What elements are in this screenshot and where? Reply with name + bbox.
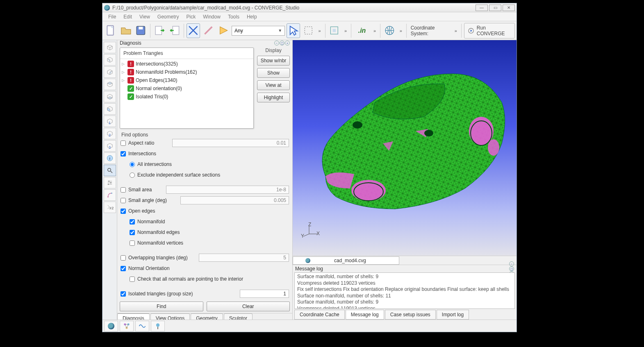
globe-button[interactable] [383,23,396,38]
normal-orientation-checkbox[interactable] [121,266,126,271]
view-iso-button[interactable] [104,42,116,53]
tab-import-log[interactable]: Import log [437,310,469,320]
show-with-neighbor-button[interactable]: Show w/nbr [257,56,290,66]
overlapping-input[interactable] [199,254,289,262]
small-angle-label: Small angle (deg) [128,197,167,203]
tab-case-setup[interactable]: Case setup issues [385,310,436,320]
panel-min-icon[interactable]: − [274,41,279,45]
import-button[interactable] [168,23,182,38]
in-file-button[interactable]: .in [354,23,370,38]
pick-point-button[interactable] [187,23,200,38]
play-gear-icon [468,27,474,34]
tree-item-open-edges[interactable]: ▷!Open Edges(1340) [122,76,252,84]
menu-geometry[interactable]: Geometry [154,13,182,20]
view-left-button[interactable] [104,103,116,115]
open-file-button[interactable] [119,23,133,38]
panel-float-icon[interactable]: ◻ [280,41,284,45]
menu-edit[interactable]: Edit [120,13,135,20]
tree-item-intersections[interactable]: ▷!Intersections(3325) [122,60,252,68]
menu-view[interactable]: View [136,13,153,20]
diagnose-tool-button[interactable] [104,165,116,176]
nonmanifold-checkbox[interactable] [130,219,135,225]
view-right-3-button[interactable]: 3 [104,140,116,152]
new-file-button[interactable] [104,23,118,38]
highlight-button[interactable]: Highlight [257,93,290,102]
tab-coord-cache[interactable]: Coordinate Cache [294,310,345,320]
toolbar-overflow-5[interactable]: » [453,28,459,33]
view-right-2-button[interactable]: 2 [104,128,116,139]
exclude-sections-radio[interactable] [130,172,135,178]
error-badge-icon: ! [127,77,134,84]
box-select-button[interactable] [302,23,315,38]
run-converge-button[interactable]: Run CONVERGE [464,23,515,39]
tree-item-isolated[interactable]: ✓Isolated Tris(0) [122,93,252,101]
tree-item-nonmanifold[interactable]: ▷!Nonmanifold Problems(162) [122,68,252,76]
overlapping-checkbox[interactable] [121,255,126,261]
toolbar-overflow-3[interactable]: » [372,28,378,33]
show-button[interactable]: Show [257,68,290,78]
nonmanifold-label: Nonmanifold [137,219,165,225]
sliders-button[interactable] [104,177,116,188]
menu-window[interactable]: Window [200,13,224,20]
status-pin-button[interactable] [151,321,165,331]
shape-tool-button[interactable] [104,189,116,201]
close-button[interactable]: ✕ [503,5,515,11]
compare-button[interactable]: ≠2 [104,202,116,213]
message-log-body[interactable]: Surface manifold, number of shells: 9 Vc… [294,272,515,309]
clear-button[interactable]: Clear [207,302,290,311]
small-area-checkbox[interactable] [121,187,126,193]
toolbar-overflow-2[interactable]: » [343,28,348,33]
isolated-input[interactable] [240,290,289,298]
small-area-input[interactable] [166,186,289,194]
toolbar-overflow-4[interactable]: » [398,28,404,33]
status-topology-button[interactable] [120,321,134,331]
view-top-button[interactable] [104,79,116,90]
small-angle-checkbox[interactable] [121,198,126,203]
menu-tools[interactable]: Tools [225,13,243,20]
open-edges-checkbox[interactable] [121,209,126,214]
file-tab[interactable]: cad_mod4.cvg [293,256,399,265]
view-right-1-button[interactable]: 1 [104,116,116,127]
save-file-button[interactable] [134,23,148,38]
view-bottom-button[interactable] [104,91,116,102]
minimize-button[interactable]: — [476,5,488,11]
aspect-ratio-checkbox[interactable] [121,141,126,146]
view-at-button[interactable]: View at [257,80,290,90]
check-interior-checkbox[interactable] [130,277,135,282]
view-back-button[interactable] [104,66,116,78]
find-button[interactable]: Find [120,302,203,311]
status-app-button[interactable] [104,321,118,331]
nm-vertices-checkbox[interactable] [130,240,135,246]
status-wave-button[interactable] [135,321,149,331]
tab-message-log[interactable]: Message log [346,310,384,320]
menu-pick[interactable]: Pick [183,13,199,20]
small-angle-input[interactable] [180,196,289,204]
log-line: Vcompress deleted 119013 vertices [297,306,512,309]
aspect-ratio-input[interactable] [172,139,289,147]
all-intersections-radio[interactable] [130,162,135,167]
svg-point-18 [107,184,109,185]
menu-help[interactable]: Help [243,13,260,20]
toolbar-overflow-1[interactable]: » [316,28,322,33]
cursor-select-button[interactable] [287,23,300,38]
car-mesh-render [301,49,510,225]
error-badge-icon: ! [127,61,134,67]
export-button[interactable] [153,23,166,38]
log-float-icon[interactable]: ◻ [509,266,514,271]
maximize-button[interactable]: ▭ [489,5,501,11]
tree-item-normal-orient[interactable]: ✓Normal orientation(0) [122,84,252,93]
pick-face-button[interactable] [216,23,230,38]
view-toggle-button[interactable] [328,23,341,38]
selection-mode-dropdown[interactable]: Any ▼ [232,26,285,36]
pick-edge-button[interactable] [202,23,215,38]
isolated-checkbox[interactable] [121,291,126,297]
3d-viewport[interactable]: Y Z X [293,40,517,256]
menu-file[interactable]: File [105,13,119,20]
info-button[interactable]: i [104,152,116,164]
nm-edges-checkbox[interactable] [130,230,135,235]
view-front-button[interactable] [104,54,116,66]
intersections-checkbox[interactable] [121,151,126,156]
log-min-icon[interactable]: − [509,261,514,266]
panel-close-icon[interactable]: × [285,41,290,45]
svg-rect-2 [139,27,143,29]
